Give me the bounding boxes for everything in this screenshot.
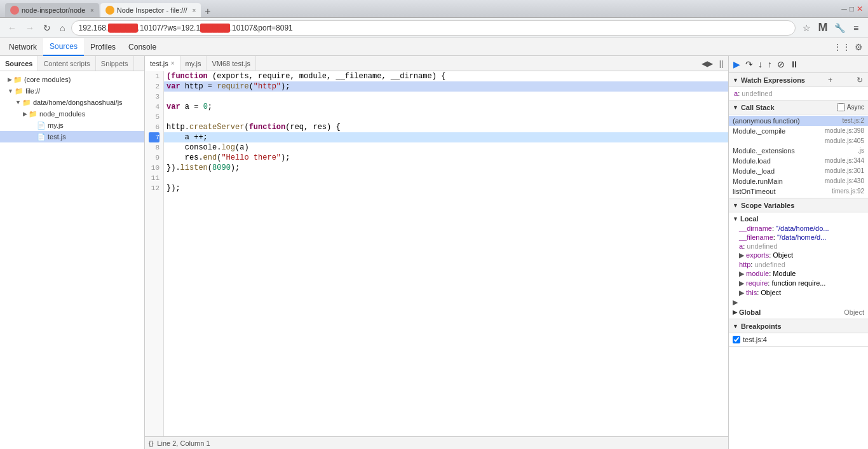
curly-braces-icon[interactable]: {} <box>149 439 153 447</box>
breakpoint-item-1[interactable]: test.js:4 <box>729 335 868 345</box>
watch-expressions-label: Watch Expressions <box>741 76 805 84</box>
editor-tab-myjs[interactable]: my.js <box>180 56 207 71</box>
tab-content-scripts[interactable]: Content scripts <box>38 56 95 71</box>
browser-tab-2[interactable]: Node Inspector - file:/// × <box>100 3 201 17</box>
refresh-button[interactable]: ↻ <box>41 22 53 34</box>
scope-item-a[interactable]: a: undefined <box>729 242 868 251</box>
editor-split-btn[interactable]: || <box>717 58 726 69</box>
scope-key-this: this <box>746 289 757 296</box>
tree-item-file[interactable]: ▼ 📁 file:// <box>0 85 144 97</box>
devtools-menu-console[interactable]: Console <box>122 38 163 56</box>
scope-item-module[interactable]: ▶ module: Module <box>729 269 868 279</box>
breakpoints-label: Breakpoints <box>741 322 782 330</box>
tree-label-node: node_modules <box>39 110 85 118</box>
code-line-3 <box>164 92 728 102</box>
async-checkbox-label[interactable]: Async <box>837 103 864 111</box>
menu-button[interactable]: ≡ <box>849 21 863 35</box>
editor-tab-testjs-close[interactable]: × <box>171 60 175 67</box>
scope-item-require[interactable]: ▶ require: function require... <box>729 279 868 288</box>
devtools-menu-network[interactable]: Network <box>3 38 43 56</box>
tree-item-myjs[interactable]: 📄 my.js <box>0 120 144 131</box>
devtools-menu-sources[interactable]: Sources <box>43 38 84 56</box>
line-num-5: 5 <box>149 112 159 122</box>
status-position: Line 2, Column 1 <box>157 439 210 447</box>
extensions-button[interactable]: 🔧 <box>832 21 846 35</box>
scope-key-a: a <box>739 242 743 250</box>
scope-variables-header[interactable]: ▼ Scope Variables <box>729 198 868 212</box>
url-text-3: .10107&port=8091 <box>230 24 293 32</box>
scope-item-filename[interactable]: __filename: "/data/home/d... <box>729 233 868 242</box>
scope-item-dirname[interactable]: __dirname: "/data/home/do... <box>729 224 868 233</box>
new-tab-button[interactable]: + <box>202 6 213 17</box>
watch-key-a: a <box>734 90 738 97</box>
breakpoint-checkbox-1[interactable] <box>733 336 740 343</box>
url-redacted-2: █████ <box>200 24 230 32</box>
back-button[interactable]: ← <box>5 22 19 34</box>
tab2-favicon <box>105 6 114 15</box>
call-fn-0: (anonymous function) <box>733 117 800 125</box>
tree-icon-file: 📁 <box>15 87 24 95</box>
watch-add-btn[interactable]: + <box>827 76 834 85</box>
scope-item-exports[interactable]: ▶ exports: Object <box>729 251 868 260</box>
tab-sources[interactable]: Sources <box>0 56 38 71</box>
tree-item-core-modules[interactable]: ▶ 📁 (core modules) <box>0 74 144 85</box>
line-num-8: 8 <box>149 142 159 153</box>
tree-item-data-home[interactable]: ▼ 📁 data/home/dongshaoshuai/js <box>0 97 144 108</box>
call-stack-item-2[interactable]: module.js:405 <box>729 136 868 146</box>
scope-item-this[interactable]: ▶ this: Object <box>729 288 868 298</box>
tab2-close[interactable]: × <box>193 7 196 14</box>
scope-local-header[interactable]: ▼ Local <box>729 214 868 224</box>
tree-item-testjs[interactable]: 📄 test.js <box>0 131 144 142</box>
tab-bar: node-inspector/node-in... × Node Inspect… <box>5 0 214 17</box>
editor-tab-myjs-label: my.js <box>186 60 201 67</box>
devtools-expand-btn[interactable]: ⋮⋮ <box>835 40 849 54</box>
home-button[interactable]: ⌂ <box>57 22 67 34</box>
watch-refresh-btn[interactable]: ↻ <box>855 76 864 85</box>
call-stack-item-5[interactable]: Module._load module.js:301 <box>729 166 868 176</box>
scope-val-exports: Object <box>773 251 793 259</box>
forward-button[interactable]: → <box>23 22 37 34</box>
call-loc-5: module.js:301 <box>825 167 864 175</box>
call-stack-item-3[interactable]: Module._extensions .js <box>729 146 868 156</box>
call-stack-item-6[interactable]: Module.runMain module.js:430 <box>729 176 868 186</box>
scope-item-http[interactable]: http: undefined <box>729 260 868 269</box>
call-stack-header[interactable]: ▼ Call Stack Async <box>729 100 868 114</box>
step-out-btn[interactable]: ↑ <box>766 58 774 71</box>
async-checkbox[interactable] <box>837 103 845 111</box>
tree-item-node-modules[interactable]: ▶ 📁 node_modules <box>0 108 144 120</box>
devtools-settings-btn[interactable]: ⚙ <box>851 40 865 54</box>
scope-global-header[interactable]: ▶ Global Object <box>729 307 868 317</box>
bookmark-button[interactable]: ☆ <box>799 21 813 35</box>
call-stack-item-7[interactable]: listOnTimeout timers.js:92 <box>729 186 868 197</box>
scope-val-dirname: "/data/home/do... <box>776 224 829 232</box>
no-pause-exceptions-btn[interactable]: ⏸ <box>788 58 801 71</box>
pause-resume-btn[interactable]: ▶ <box>731 58 742 71</box>
line-numbers: 1 2 3 4 5 6 7 8 9 10 11 12 <box>145 71 164 436</box>
settings-button[interactable]: M <box>816 21 830 35</box>
restore-icon[interactable]: □ <box>850 4 854 13</box>
close-window-icon[interactable]: ✕ <box>857 4 863 13</box>
scope-expand-more[interactable]: ▶ <box>729 298 868 307</box>
devtools-menu-profiles[interactable]: Profiles <box>84 38 122 56</box>
right-panel: ▶ ↷ ↓ ↑ ⊘ ⏸ ▼ Watch Expressions + ↻ a: u… <box>728 56 868 449</box>
url-bar[interactable]: 192.168.█████.10107/?ws=192.1█████.10107… <box>71 20 796 36</box>
step-over-btn[interactable]: ↷ <box>743 58 755 71</box>
code-area[interactable]: 1 2 3 4 5 6 7 8 9 10 11 12 (function (ex… <box>145 71 728 436</box>
editor-tab-testjs[interactable]: test.js × <box>145 56 180 71</box>
minimize-icon[interactable]: ─ <box>841 4 847 13</box>
call-stack-item-4[interactable]: Module.load module.js:344 <box>729 156 868 166</box>
deactivate-breakpoints-btn[interactable]: ⊘ <box>775 58 787 71</box>
watch-expressions-header[interactable]: ▼ Watch Expressions + ↻ <box>729 73 868 87</box>
browser-tab-1[interactable]: node-inspector/node-in... × <box>5 3 99 17</box>
tab1-close[interactable]: × <box>90 7 94 14</box>
breakpoints-header[interactable]: ▼ Breakpoints <box>729 319 868 333</box>
call-stack-item-0[interactable]: (anonymous function) test.js:2 <box>729 116 868 126</box>
scope-variables-section: ▼ Scope Variables ▼ Local __dirname: "/d… <box>729 198 868 319</box>
scope-val-require: function require... <box>771 279 825 287</box>
step-into-btn[interactable]: ↓ <box>756 58 764 71</box>
tree-label-testjs: test.js <box>48 133 66 141</box>
call-stack-item-1[interactable]: Module._compile module.js:398 <box>729 126 868 136</box>
tab-snippets[interactable]: Snippets <box>96 56 134 71</box>
editor-tab-vm68[interactable]: VM68 test.js <box>207 56 256 71</box>
editor-expand-btn[interactable]: ◀▶ <box>699 58 715 69</box>
